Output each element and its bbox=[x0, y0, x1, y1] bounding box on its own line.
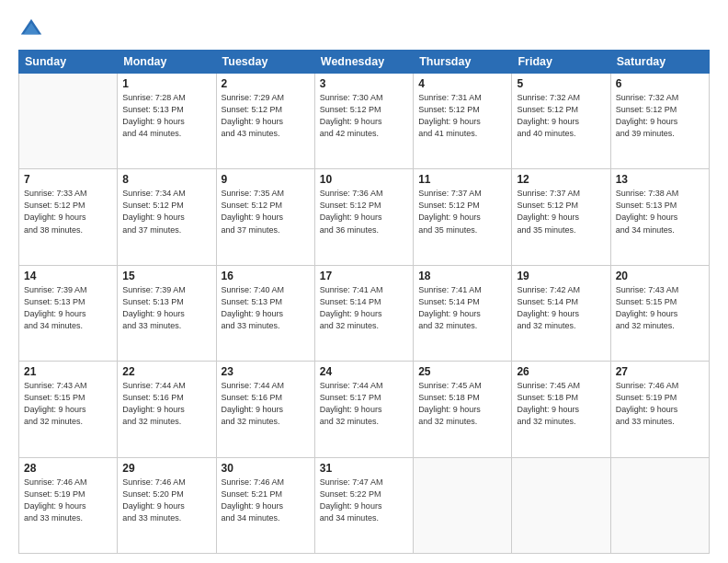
calendar-cell: 28Sunrise: 7:46 AM Sunset: 5:19 PM Dayli… bbox=[19, 457, 118, 553]
week-row-3: 14Sunrise: 7:39 AM Sunset: 5:13 PM Dayli… bbox=[19, 265, 710, 361]
calendar-cell: 17Sunrise: 7:41 AM Sunset: 5:14 PM Dayli… bbox=[314, 265, 413, 361]
day-number: 16 bbox=[222, 270, 310, 282]
calendar-cell: 4Sunrise: 7:31 AM Sunset: 5:12 PM Daylig… bbox=[414, 74, 512, 169]
calendar-cell: 16Sunrise: 7:40 AM Sunset: 5:13 PM Dayli… bbox=[216, 265, 314, 361]
weekday-header-monday: Monday bbox=[118, 51, 216, 74]
day-number: 23 bbox=[222, 365, 310, 378]
week-row-2: 7Sunrise: 7:33 AM Sunset: 5:12 PM Daylig… bbox=[19, 169, 710, 265]
calendar-cell: 5Sunrise: 7:32 AM Sunset: 5:12 PM Daylig… bbox=[512, 74, 610, 169]
calendar-cell: 11Sunrise: 7:37 AM Sunset: 5:12 PM Dayli… bbox=[414, 169, 512, 265]
calendar-cell: 29Sunrise: 7:46 AM Sunset: 5:20 PM Dayli… bbox=[118, 457, 216, 553]
page: SundayMondayTuesdayWednesdayThursdayFrid… bbox=[0, 0, 728, 563]
calendar-cell: 9Sunrise: 7:35 AM Sunset: 5:12 PM Daylig… bbox=[216, 169, 314, 265]
day-number: 27 bbox=[616, 365, 704, 378]
calendar-cell: 20Sunrise: 7:43 AM Sunset: 5:15 PM Dayli… bbox=[610, 265, 709, 361]
day-number: 17 bbox=[320, 270, 408, 282]
calendar-cell: 30Sunrise: 7:46 AM Sunset: 5:21 PM Dayli… bbox=[216, 457, 314, 553]
day-number: 9 bbox=[222, 173, 310, 186]
day-info: Sunrise: 7:28 AM Sunset: 5:13 PM Dayligh… bbox=[122, 92, 210, 140]
calendar-cell: 22Sunrise: 7:44 AM Sunset: 5:16 PM Dayli… bbox=[118, 362, 216, 457]
day-info: Sunrise: 7:41 AM Sunset: 5:14 PM Dayligh… bbox=[320, 284, 408, 332]
day-number: 22 bbox=[122, 365, 210, 378]
day-number: 21 bbox=[24, 365, 112, 378]
day-number: 2 bbox=[222, 77, 310, 90]
weekday-header-wednesday: Wednesday bbox=[314, 51, 413, 74]
day-info: Sunrise: 7:38 AM Sunset: 5:13 PM Dayligh… bbox=[616, 188, 704, 236]
calendar-cell: 27Sunrise: 7:46 AM Sunset: 5:19 PM Dayli… bbox=[610, 362, 709, 457]
day-info: Sunrise: 7:45 AM Sunset: 5:18 PM Dayligh… bbox=[517, 380, 605, 428]
weekday-header-friday: Friday bbox=[512, 51, 610, 74]
day-info: Sunrise: 7:31 AM Sunset: 5:12 PM Dayligh… bbox=[418, 92, 506, 140]
calendar-cell bbox=[19, 74, 118, 169]
calendar-cell: 2Sunrise: 7:29 AM Sunset: 5:12 PM Daylig… bbox=[216, 74, 314, 169]
calendar-cell: 19Sunrise: 7:42 AM Sunset: 5:14 PM Dayli… bbox=[512, 265, 610, 361]
day-info: Sunrise: 7:45 AM Sunset: 5:18 PM Dayligh… bbox=[418, 380, 506, 428]
day-info: Sunrise: 7:46 AM Sunset: 5:20 PM Dayligh… bbox=[122, 477, 210, 524]
day-info: Sunrise: 7:34 AM Sunset: 5:12 PM Dayligh… bbox=[122, 188, 210, 236]
day-number: 29 bbox=[122, 462, 210, 475]
day-info: Sunrise: 7:47 AM Sunset: 5:22 PM Dayligh… bbox=[320, 477, 408, 524]
day-number: 18 bbox=[418, 270, 506, 282]
day-number: 14 bbox=[24, 270, 112, 282]
calendar-cell bbox=[512, 457, 610, 553]
day-number: 15 bbox=[122, 270, 210, 282]
day-number: 20 bbox=[616, 270, 704, 282]
calendar-cell: 24Sunrise: 7:44 AM Sunset: 5:17 PM Dayli… bbox=[314, 362, 413, 457]
day-info: Sunrise: 7:44 AM Sunset: 5:16 PM Dayligh… bbox=[222, 380, 310, 428]
day-info: Sunrise: 7:44 AM Sunset: 5:17 PM Dayligh… bbox=[320, 380, 408, 428]
weekday-header-saturday: Saturday bbox=[610, 51, 709, 74]
day-number: 5 bbox=[517, 77, 605, 90]
calendar-cell: 14Sunrise: 7:39 AM Sunset: 5:13 PM Dayli… bbox=[19, 265, 118, 361]
day-info: Sunrise: 7:46 AM Sunset: 5:19 PM Dayligh… bbox=[24, 477, 112, 524]
logo bbox=[18, 17, 48, 42]
day-number: 31 bbox=[320, 462, 408, 475]
calendar-cell: 7Sunrise: 7:33 AM Sunset: 5:12 PM Daylig… bbox=[19, 169, 118, 265]
day-info: Sunrise: 7:41 AM Sunset: 5:14 PM Dayligh… bbox=[418, 284, 506, 332]
day-info: Sunrise: 7:43 AM Sunset: 5:15 PM Dayligh… bbox=[616, 284, 704, 332]
day-info: Sunrise: 7:43 AM Sunset: 5:15 PM Dayligh… bbox=[24, 380, 112, 428]
day-info: Sunrise: 7:32 AM Sunset: 5:12 PM Dayligh… bbox=[517, 92, 605, 140]
day-number: 1 bbox=[122, 77, 210, 90]
calendar-cell: 3Sunrise: 7:30 AM Sunset: 5:12 PM Daylig… bbox=[314, 74, 413, 169]
calendar-cell bbox=[414, 457, 512, 553]
day-number: 8 bbox=[122, 173, 210, 186]
day-info: Sunrise: 7:37 AM Sunset: 5:12 PM Dayligh… bbox=[418, 188, 506, 236]
calendar-cell: 21Sunrise: 7:43 AM Sunset: 5:15 PM Dayli… bbox=[19, 362, 118, 457]
logo-icon bbox=[18, 17, 44, 42]
weekday-header-tuesday: Tuesday bbox=[216, 51, 314, 74]
calendar-cell: 8Sunrise: 7:34 AM Sunset: 5:12 PM Daylig… bbox=[118, 169, 216, 265]
day-info: Sunrise: 7:36 AM Sunset: 5:12 PM Dayligh… bbox=[320, 188, 408, 236]
day-info: Sunrise: 7:37 AM Sunset: 5:12 PM Dayligh… bbox=[517, 188, 605, 236]
day-info: Sunrise: 7:39 AM Sunset: 5:13 PM Dayligh… bbox=[24, 284, 112, 332]
calendar-cell: 13Sunrise: 7:38 AM Sunset: 5:13 PM Dayli… bbox=[610, 169, 709, 265]
day-number: 28 bbox=[24, 462, 112, 475]
week-row-1: 1Sunrise: 7:28 AM Sunset: 5:13 PM Daylig… bbox=[19, 74, 710, 169]
day-number: 4 bbox=[418, 77, 506, 90]
calendar-cell: 26Sunrise: 7:45 AM Sunset: 5:18 PM Dayli… bbox=[512, 362, 610, 457]
day-number: 11 bbox=[418, 173, 506, 186]
calendar-cell: 31Sunrise: 7:47 AM Sunset: 5:22 PM Dayli… bbox=[314, 457, 413, 553]
day-number: 12 bbox=[517, 173, 605, 186]
day-number: 30 bbox=[222, 462, 310, 475]
day-info: Sunrise: 7:29 AM Sunset: 5:12 PM Dayligh… bbox=[222, 92, 310, 140]
calendar-cell: 25Sunrise: 7:45 AM Sunset: 5:18 PM Dayli… bbox=[414, 362, 512, 457]
calendar-cell: 18Sunrise: 7:41 AM Sunset: 5:14 PM Dayli… bbox=[414, 265, 512, 361]
day-number: 6 bbox=[616, 77, 704, 90]
day-number: 13 bbox=[616, 173, 704, 186]
day-info: Sunrise: 7:30 AM Sunset: 5:12 PM Dayligh… bbox=[320, 92, 408, 140]
day-info: Sunrise: 7:35 AM Sunset: 5:12 PM Dayligh… bbox=[222, 188, 310, 236]
day-number: 26 bbox=[517, 365, 605, 378]
weekday-header-sunday: Sunday bbox=[19, 51, 118, 74]
calendar-cell: 6Sunrise: 7:32 AM Sunset: 5:12 PM Daylig… bbox=[610, 74, 709, 169]
day-info: Sunrise: 7:40 AM Sunset: 5:13 PM Dayligh… bbox=[222, 284, 310, 332]
week-row-4: 21Sunrise: 7:43 AM Sunset: 5:15 PM Dayli… bbox=[19, 362, 710, 457]
day-number: 7 bbox=[24, 173, 112, 186]
day-number: 24 bbox=[320, 365, 408, 378]
day-number: 10 bbox=[320, 173, 408, 186]
calendar-cell: 15Sunrise: 7:39 AM Sunset: 5:13 PM Dayli… bbox=[118, 265, 216, 361]
calendar-table: SundayMondayTuesdayWednesdayThursdayFrid… bbox=[18, 50, 710, 554]
weekday-header-thursday: Thursday bbox=[414, 51, 512, 74]
day-info: Sunrise: 7:44 AM Sunset: 5:16 PM Dayligh… bbox=[122, 380, 210, 428]
day-info: Sunrise: 7:39 AM Sunset: 5:13 PM Dayligh… bbox=[122, 284, 210, 332]
calendar-cell: 12Sunrise: 7:37 AM Sunset: 5:12 PM Dayli… bbox=[512, 169, 610, 265]
